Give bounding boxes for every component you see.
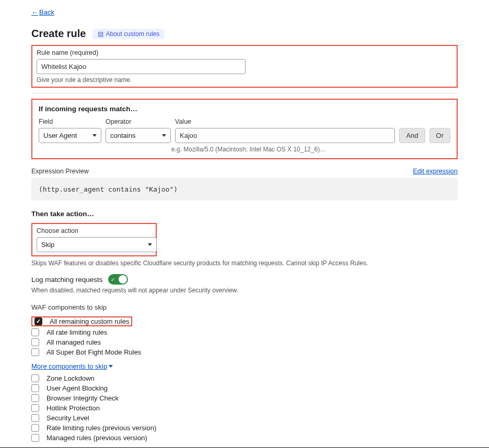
check-icon: ✓ [111,277,115,282]
action-section: Choose action Skip [31,223,157,256]
checkbox[interactable] [34,317,42,325]
list-item: User Agent Blocking [31,383,458,393]
expression-label: Expression Preview [31,168,89,175]
choose-action-label: Choose action [37,227,152,234]
checkbox-label: All rate limiting rules [46,328,107,336]
checkbox[interactable] [31,394,39,402]
operator-select[interactable]: contains [106,128,171,143]
checkbox[interactable] [31,338,39,346]
chevron-down-icon [109,365,113,368]
book-icon: ▤ [98,30,103,38]
checkbox[interactable] [31,384,39,392]
checkbox-label: All managed rules [46,338,101,346]
list-item: Managed rules (previous version) [31,433,458,443]
field-label: Field [39,118,101,125]
back-link[interactable]: ← Back [31,8,54,16]
about-label: About custom rules [106,30,160,38]
checkbox[interactable] [31,404,39,412]
value-input[interactable] [175,128,395,143]
list-item: Hotlink Protection [31,403,458,413]
checkbox-label: Rate limiting rules (previous version) [46,424,156,432]
and-button[interactable]: And [399,128,425,143]
waf-heading: WAF components to skip [31,303,458,311]
field-value: User Agent [43,132,77,139]
value-example: e.g. Mozilla/5.0 (Macintosh; Intel Mac O… [171,146,450,153]
expression-preview: (http.user_agent contains "Kajoo") [31,178,458,201]
match-heading: If incoming requests match… [39,105,450,113]
list-item: All Super Bot Fight Mode Rules [31,347,458,357]
action-heading: Then take action… [31,210,458,218]
checkbox-label: Security Level [46,414,89,422]
page-title: Create rule [31,28,86,40]
value-label: Value [175,118,395,125]
back-label: Back [39,8,54,16]
action-select[interactable]: Skip [37,237,157,252]
action-helper: Skips WAF features or disables specific … [31,260,458,267]
field-select[interactable]: User Agent [39,128,101,143]
or-button[interactable]: Or [429,128,450,143]
checkbox-label: Browser Integrity Check [46,394,119,402]
rule-name-helper: Give your rule a descriptive name. [37,76,452,84]
list-item: Zone Lockdown [31,373,458,383]
arrow-left-icon: ← [31,8,38,16]
checkbox[interactable] [31,374,39,382]
checkbox-label: User Agent Blocking [46,384,108,392]
checkbox-label: Managed rules (previous version) [46,434,147,442]
list-item: Browser Integrity Check [31,393,458,403]
list-item: All managed rules [31,337,458,347]
log-helper: When disabled, matched requests will not… [31,287,458,294]
checkbox-label: Zone Lockdown [46,374,95,382]
checkbox-label: All Super Bot Fight Mode Rules [46,348,141,356]
checkbox[interactable] [31,424,39,432]
rule-name-label: Rule name (required) [37,49,452,56]
checkbox[interactable] [31,348,39,356]
about-rules-link[interactable]: ▤ About custom rules [92,29,165,39]
checkbox[interactable] [31,328,39,336]
edit-expression-link[interactable]: Edit expression [413,168,458,175]
list-item: Security Level [31,413,458,423]
more-components-link[interactable]: More components to skip [31,362,113,370]
log-label: Log matching requests [31,276,103,284]
chevron-down-icon [162,134,166,137]
more-label: More components to skip [31,362,107,370]
operator-label: Operator [106,118,171,125]
divider [31,93,458,93]
action-value: Skip [41,241,54,249]
list-item: Rate limiting rules (previous version) [31,423,458,433]
match-section: If incoming requests match… Field User A… [31,99,458,159]
highlight-box: All remaining custom rules [31,316,132,326]
chevron-down-icon [92,134,97,137]
more-list: Zone LockdownUser Agent BlockingBrowser … [31,373,458,443]
chevron-down-icon [148,243,152,246]
checkbox[interactable] [31,414,39,422]
list-item: All rate limiting rules [31,327,458,337]
waf-list: All remaining custom rulesAll rate limit… [31,315,458,357]
log-toggle[interactable]: ✓ [108,274,128,285]
rule-name-input[interactable] [37,59,246,74]
operator-value: contains [110,132,135,139]
list-item: All remaining custom rules [31,315,458,327]
checkbox-label: All remaining custom rules [50,317,129,325]
rule-name-section: Rule name (required) Give your rule a de… [31,45,458,88]
checkbox-label: Hotlink Protection [46,404,100,412]
checkbox[interactable] [31,434,39,442]
